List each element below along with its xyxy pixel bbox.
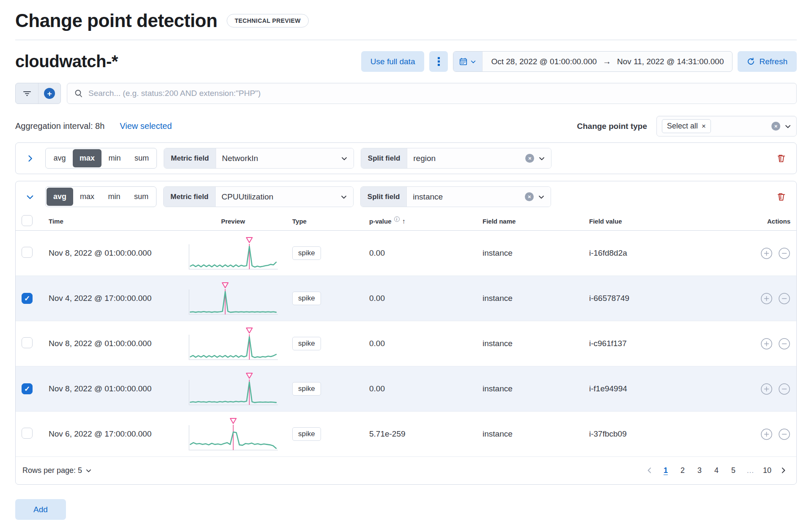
plus-in-circle-icon (760, 247, 773, 259)
field-name-cell: instance (483, 339, 589, 348)
filter-out-value-button[interactable] (778, 383, 790, 395)
date-range-start[interactable]: Oct 28, 2022 @ 01:00:00.000 (491, 57, 597, 66)
column-header-time[interactable]: Time (49, 218, 174, 225)
column-header-pvalue[interactable]: p-value i ↑ (369, 218, 483, 225)
pagination: 1 2 3 4 5 … 10 (643, 463, 790, 478)
selected-type-chip[interactable]: Select all × (662, 119, 711, 133)
clear-selection-icon[interactable]: × (771, 122, 780, 131)
fn-max-button[interactable]: max (73, 149, 102, 167)
metric-field-select[interactable]: CPUUtilization (216, 187, 353, 207)
split-field-value: region (413, 154, 521, 163)
minus-in-circle-icon (778, 247, 790, 259)
chevron-down-icon[interactable] (785, 123, 791, 130)
pvalue-cell: 5.71e-259 (369, 429, 483, 439)
page-number-button[interactable]: 4 (709, 463, 724, 478)
previous-page-button[interactable] (643, 465, 656, 476)
add-filter-button[interactable]: + (38, 83, 60, 104)
actions-cell (736, 428, 790, 440)
view-selected-link[interactable]: View selected (120, 121, 172, 131)
page-number-button[interactable]: 3 (692, 463, 707, 478)
split-field-select[interactable]: region × (407, 148, 551, 168)
info-icon[interactable]: i (394, 216, 400, 222)
filter-out-value-button[interactable] (778, 338, 790, 350)
filter-options-button[interactable] (16, 83, 38, 104)
filter-for-value-button[interactable] (760, 247, 773, 259)
date-range-display[interactable]: Oct 28, 2022 @ 01:00:00.000 → Nov 11, 20… (483, 57, 732, 66)
fn-sum-button[interactable]: sum (128, 149, 156, 167)
clear-icon[interactable]: × (525, 192, 534, 201)
table-row: Nov 8, 2022 @ 01:00:00.000 spike 0.00 in… (16, 231, 796, 276)
quick-select-button[interactable] (453, 52, 483, 71)
date-range-picker[interactable]: Oct 28, 2022 @ 01:00:00.000 → Nov 11, 20… (453, 51, 732, 72)
type-badge: spike (292, 382, 321, 396)
remove-chip-icon[interactable]: × (702, 123, 706, 130)
row-checkbox[interactable] (22, 247, 33, 258)
row-checkbox[interactable] (22, 383, 33, 394)
rows-per-page-button[interactable]: Rows per page: 5 (22, 466, 92, 475)
type-cell: spike (292, 292, 369, 305)
minus-in-circle-icon (778, 383, 790, 395)
metric-field-control: Metric field NetworkIn (164, 148, 354, 169)
table-row: Nov 8, 2022 @ 01:00:00.000 spike 0.00 in… (16, 366, 796, 412)
row-checkbox[interactable] (22, 428, 33, 439)
field-value-cell: i-66578749 (589, 294, 736, 303)
filter-out-value-button[interactable] (778, 292, 790, 305)
header-divider (15, 40, 797, 40)
apply-time-toggle-button[interactable] (429, 51, 448, 72)
split-field-control: Split field region × (361, 148, 552, 169)
search-input[interactable]: Search... (e.g. status:200 AND extension… (67, 83, 797, 104)
split-field-control: Split field instance × (360, 186, 551, 207)
split-field-select[interactable]: instance × (407, 187, 551, 207)
page-number-button[interactable]: 1 (658, 463, 673, 478)
fn-max-button[interactable]: max (73, 188, 101, 206)
add-button[interactable]: Add (15, 499, 66, 520)
fn-sum-button[interactable]: sum (127, 188, 155, 206)
field-name-cell: instance (483, 248, 589, 258)
function-button-group: avg max min sum (45, 186, 156, 207)
collapse-button[interactable] (22, 188, 38, 205)
fn-min-button[interactable]: min (101, 188, 127, 206)
use-full-data-button[interactable]: Use full data (361, 51, 425, 72)
chevron-left-icon (646, 467, 653, 474)
clear-icon[interactable]: × (525, 154, 534, 163)
page-number-button[interactable]: 2 (675, 463, 690, 478)
delete-config-button[interactable] (772, 188, 790, 206)
config-panel-cpuutilization: avg max min sum Metric field CPUUtilizat… (15, 181, 797, 485)
filter-for-value-button[interactable] (760, 292, 773, 305)
field-name-cell: instance (483, 294, 589, 303)
actions-cell (736, 292, 790, 305)
select-all-checkbox[interactable] (22, 215, 33, 226)
pagination-ellipsis: … (743, 463, 757, 478)
type-badge: spike (292, 337, 321, 350)
refresh-button[interactable]: Refresh (738, 51, 797, 72)
chevron-down-icon (85, 467, 92, 474)
search-placeholder: Search... (e.g. status:200 AND extension… (88, 89, 261, 98)
metric-field-label: Metric field (164, 187, 216, 207)
next-page-button[interactable] (777, 465, 790, 476)
type-cell: spike (292, 382, 369, 396)
fn-avg-button[interactable]: avg (47, 149, 73, 167)
expand-button[interactable] (22, 150, 38, 167)
split-field-label: Split field (361, 187, 407, 207)
change-point-type-select[interactable]: Select all × × (656, 116, 797, 137)
row-checkbox[interactable] (22, 293, 33, 304)
metric-field-select[interactable]: NetworkIn (216, 148, 354, 168)
fn-min-button[interactable]: min (102, 149, 128, 167)
filter-for-value-button[interactable] (760, 383, 773, 395)
filter-out-value-button[interactable] (778, 428, 790, 440)
change-points-table: Time Preview Type p-value i ↑ Field name… (16, 212, 796, 484)
delete-config-button[interactable] (772, 149, 790, 168)
fn-avg-button[interactable]: avg (47, 188, 73, 206)
minus-in-circle-icon (778, 338, 790, 350)
filter-out-value-button[interactable] (778, 247, 790, 259)
metric-field-label: Metric field (164, 148, 216, 168)
filter-for-value-button[interactable] (760, 428, 773, 440)
time-cell: Nov 8, 2022 @ 01:00:00.000 (49, 248, 174, 258)
page-number-button[interactable]: 5 (726, 463, 741, 478)
page-number-button[interactable]: 10 (760, 463, 774, 478)
date-range-end[interactable]: Nov 11, 2022 @ 14:31:00.000 (617, 57, 724, 66)
row-checkbox[interactable] (22, 337, 33, 348)
filter-for-value-button[interactable] (760, 338, 773, 350)
field-name-cell: instance (483, 429, 589, 439)
time-cell: Nov 8, 2022 @ 01:00:00.000 (49, 384, 174, 393)
